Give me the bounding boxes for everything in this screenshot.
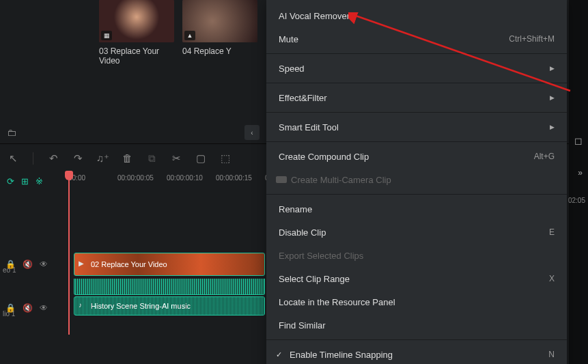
marker-icon[interactable]: ♫⁺ <box>96 152 109 165</box>
menu-find-similar[interactable]: Find Similar <box>266 313 567 337</box>
visibility-icon[interactable]: 👁 <box>40 260 48 269</box>
timeline-end-mark: 02:05 <box>568 197 585 204</box>
link-toggle-icon[interactable]: ⟳ <box>7 176 14 186</box>
cut-icon[interactable]: ✂ <box>170 152 182 165</box>
mute-icon[interactable]: 🔇 <box>23 260 33 269</box>
fit-icon[interactable]: ⬚ <box>219 152 232 165</box>
menu-locate-resource[interactable]: Locate in the Resource Panel <box>266 290 567 313</box>
expand-panel-icon[interactable]: » <box>578 168 583 178</box>
menu-compound-clip[interactable]: Create Compound Clip Alt+G <box>266 145 567 168</box>
check-icon: ✓ <box>276 350 284 359</box>
context-menu: AI Vocal Remover Mute Ctrl+Shift+M Speed… <box>266 0 567 364</box>
link-icon[interactable]: ⧉ <box>145 152 158 165</box>
menu-disable-clip[interactable]: Disable Clip E <box>266 221 567 244</box>
playhead[interactable] <box>68 172 70 335</box>
right-side-panel: ◻ » 02:05 <box>569 0 588 364</box>
cursor-tool-icon[interactable]: ↖ <box>7 152 19 165</box>
menu-multi-camera: Create Multi-Camera Clip <box>266 168 567 191</box>
undo-icon[interactable]: ↶ <box>47 152 59 165</box>
menu-ai-vocal-remover[interactable]: AI Vocal Remover <box>266 4 567 27</box>
submenu-arrow-icon: ▶ <box>550 94 555 101</box>
folder-icon[interactable]: 🗀 <box>7 127 16 138</box>
menu-timeline-snapping[interactable]: ✓ Enable Timeline Snapping N <box>266 343 567 364</box>
snap-toggle-icon[interactable]: ⊞ <box>21 176 29 186</box>
clip-audio-icon: ♪ <box>79 301 88 311</box>
fullscreen-icon[interactable]: ◻ <box>574 135 583 146</box>
crop-icon[interactable]: ▢ <box>195 152 207 165</box>
menu-rename[interactable]: Rename <box>266 197 567 221</box>
menu-export-selected: Export Selected Clips <box>266 244 567 267</box>
menu-speed[interactable]: Speed ▶ <box>266 57 567 80</box>
mute-icon[interactable]: 🔇 <box>23 303 33 313</box>
video-type-icon: ▦ <box>101 31 112 40</box>
menu-mute[interactable]: Mute Ctrl+Shift+M <box>266 27 567 51</box>
image-type-icon: ▲ <box>184 31 195 40</box>
redo-icon[interactable]: ↷ <box>72 152 84 165</box>
media-label: 04 Replace Y <box>182 46 257 56</box>
media-label: 03 Replace Your Video <box>99 46 174 66</box>
video-clip[interactable]: ▶ 02 Replace Your Video <box>74 253 265 276</box>
clip-video-icon: ▶ <box>79 260 88 269</box>
menu-smart-edit[interactable]: Smart Edit Tool ▶ <box>266 115 567 139</box>
media-thumbnail[interactable]: ▲ <box>182 0 257 42</box>
visibility-icon[interactable]: 👁 <box>40 303 48 313</box>
video-clip-audio-wave[interactable] <box>74 279 265 295</box>
submenu-arrow-icon: ▶ <box>550 65 555 72</box>
folder-bar: 🗀 ‹ <box>0 122 266 143</box>
media-thumbnail[interactable]: ▦ <box>99 0 174 42</box>
submenu-arrow-icon: ▶ <box>550 124 555 130</box>
collapse-button[interactable]: ‹ <box>244 125 260 140</box>
menu-select-range[interactable]: Select Clip Range X <box>266 267 567 290</box>
magnet-icon[interactable]: ※ <box>36 176 43 186</box>
menu-effect-filter[interactable]: Effect&Filter ▶ <box>266 86 567 109</box>
camera-icon <box>276 176 287 183</box>
delete-icon[interactable]: 🗑 <box>121 152 133 164</box>
audio-clip[interactable]: ♪ History Scene String-AI music <box>74 296 265 316</box>
